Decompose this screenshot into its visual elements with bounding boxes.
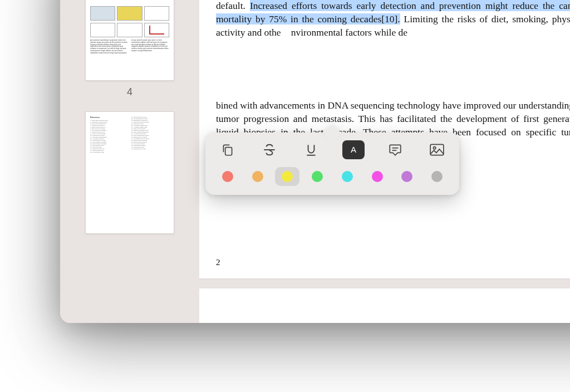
color-swatch-green[interactable] (305, 167, 330, 186)
svg-text:A: A (351, 145, 357, 154)
color-picker-row (215, 166, 449, 186)
color-dot (312, 171, 323, 182)
comment-icon (388, 143, 402, 157)
image-icon (429, 143, 445, 157)
references-header: References (90, 116, 128, 119)
copy-button[interactable] (217, 140, 239, 159)
color-swatch-purple[interactable] (395, 167, 419, 186)
color-swatch-pink[interactable] (365, 167, 390, 186)
svg-point-8 (433, 147, 435, 149)
thumb-label-4: 4 (127, 86, 132, 98)
color-swatch-red[interactable] (215, 167, 240, 186)
color-dot (252, 171, 263, 182)
image-button[interactable] (426, 140, 448, 159)
strikethrough-icon (262, 143, 277, 157)
svg-rect-0 (225, 148, 232, 155)
color-dot (282, 171, 293, 182)
thumbnail-sidebar[interactable]: 3 Lorem ipsum dolor sit amet consectetur… (60, 0, 199, 323)
body-text: nvironmental factors while de­ (291, 27, 407, 38)
svg-rect-7 (430, 144, 444, 155)
copy-icon (220, 143, 235, 157)
underline-button[interactable] (300, 140, 322, 159)
annotation-toolbar: A (205, 133, 459, 195)
color-dot (222, 171, 233, 182)
color-dot (401, 171, 412, 182)
color-dot (372, 171, 383, 182)
color-swatch-cyan[interactable] (335, 167, 360, 186)
underline-icon (304, 143, 318, 157)
strikethrough-button[interactable] (258, 140, 281, 159)
color-swatch-yellow[interactable] (275, 167, 299, 186)
page-thumbnail-4[interactable]: Lorem ipsum dolor sit amet consectetur a… (85, 0, 174, 81)
color-dot (342, 171, 353, 182)
page-number: 2 (216, 258, 220, 267)
color-swatch-orange[interactable] (245, 167, 270, 186)
page-3 (199, 288, 570, 323)
color-dot (431, 171, 443, 182)
text-column-left[interactable]: to as metastasis and it is a defining ch… (216, 0, 570, 264)
comment-button[interactable] (384, 140, 406, 159)
highlight-icon: A (346, 143, 361, 157)
color-swatch-gray[interactable] (425, 167, 449, 186)
highlight-button[interactable]: A (342, 140, 365, 159)
page-thumbnail-5[interactable]: References 1. Lorem ipsum dolor sit amet… (85, 111, 174, 234)
